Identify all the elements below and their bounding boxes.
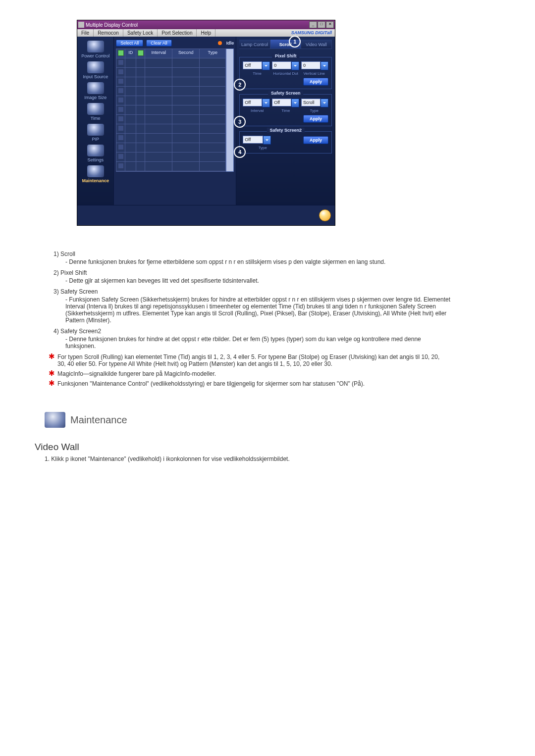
menu-file[interactable]: File bbox=[77, 29, 94, 37]
table-row[interactable] bbox=[116, 68, 225, 77]
row-checkbox[interactable] bbox=[118, 116, 124, 122]
doc-item-title: 2) Pixel Shift bbox=[54, 269, 451, 276]
table-row[interactable] bbox=[116, 77, 225, 87]
sidebar-label: Maintenance bbox=[82, 178, 109, 183]
titlebar[interactable]: Multiple Display Control _ □ ✕ bbox=[77, 20, 335, 29]
chevron-down-icon[interactable] bbox=[262, 61, 270, 70]
time-icon bbox=[87, 103, 104, 115]
row-checkbox[interactable] bbox=[118, 97, 124, 103]
row-checkbox[interactable] bbox=[118, 69, 124, 75]
safety-screen-type-value: Scroll bbox=[301, 99, 321, 106]
chevron-down-icon[interactable] bbox=[291, 61, 299, 70]
center-panel: Select All Clear All Idle ID Inter bbox=[113, 37, 236, 205]
close-button[interactable]: ✕ bbox=[326, 21, 334, 28]
menu-help[interactable]: Help bbox=[197, 29, 215, 37]
maintenance-section-icon bbox=[45, 412, 65, 428]
row-checkbox[interactable] bbox=[118, 78, 124, 84]
label-vline: Vertical Line bbox=[300, 71, 328, 76]
safety-screen2-type-combo[interactable]: Off bbox=[243, 136, 271, 145]
callout-3: 3 bbox=[234, 116, 246, 128]
row-checkbox[interactable] bbox=[118, 59, 124, 65]
table-row[interactable] bbox=[116, 143, 225, 152]
idle-indicator-icon bbox=[218, 41, 222, 45]
menu-remocon[interactable]: Remocon bbox=[94, 29, 123, 37]
sidebar-label: Power Control bbox=[81, 53, 109, 58]
minimize-button[interactable]: _ bbox=[309, 21, 317, 28]
row-checkbox[interactable] bbox=[118, 106, 124, 112]
sidebar-item-input[interactable]: Input Source bbox=[78, 61, 112, 79]
safety-screen-time-combo[interactable]: Off bbox=[272, 99, 299, 107]
pixel-shift-hdot-combo[interactable]: 0 bbox=[272, 61, 299, 70]
header-check-icon[interactable] bbox=[118, 50, 124, 56]
sidebar-label: Image Size bbox=[84, 95, 107, 100]
row-checkbox[interactable] bbox=[118, 125, 124, 131]
power-icon bbox=[87, 41, 104, 52]
gear-icon bbox=[87, 145, 104, 156]
doc-item-title: 3) Safety Screen bbox=[54, 288, 451, 295]
pixel-shift-vline-combo[interactable]: 0 bbox=[301, 61, 328, 70]
safety-screen-interval-combo[interactable]: Off bbox=[243, 99, 270, 107]
doc-item-body: Funksjonen Safety Screen (Sikkerhetsskje… bbox=[65, 296, 451, 324]
grid-header-id: ID bbox=[125, 49, 136, 58]
table-row[interactable] bbox=[116, 134, 225, 143]
safety-screen2-type-value: Off bbox=[243, 136, 263, 144]
pixel-shift-vline-value: 0 bbox=[301, 61, 321, 69]
chevron-down-icon[interactable] bbox=[291, 99, 299, 107]
row-checkbox[interactable] bbox=[118, 88, 124, 94]
sidebar-item-maintenance[interactable]: Maintenance bbox=[78, 165, 112, 183]
row-checkbox[interactable] bbox=[118, 163, 124, 169]
sidebar-label: Input Source bbox=[83, 74, 108, 79]
label-time: Time bbox=[243, 71, 271, 76]
display-grid: ID Interval Second Type bbox=[116, 49, 226, 172]
safety-screen2-legend: Safety Screen2 bbox=[267, 128, 305, 133]
chevron-down-icon[interactable] bbox=[321, 99, 328, 107]
row-checkbox[interactable] bbox=[118, 135, 124, 141]
table-row[interactable] bbox=[116, 87, 225, 96]
sidebar-label: Settings bbox=[87, 157, 104, 162]
pixel-shift-legend: Pixel Shift bbox=[272, 53, 300, 58]
safety-screen-group: Safety Screen Off Off Scroll bbox=[239, 94, 332, 126]
chevron-down-icon[interactable] bbox=[262, 99, 270, 107]
tab-lamp-control[interactable]: Lamp Control bbox=[239, 40, 270, 49]
clear-all-button[interactable]: Clear All bbox=[146, 40, 172, 47]
star-note-text: For typen Scroll (Rulling) kan elementet… bbox=[57, 353, 439, 367]
vertical-scrollbar[interactable] bbox=[226, 49, 234, 172]
chevron-down-icon[interactable] bbox=[321, 61, 328, 70]
menu-safety-lock[interactable]: Safety Lock bbox=[123, 29, 158, 37]
safety-screen-apply-button[interactable]: Apply bbox=[303, 115, 328, 123]
table-row[interactable] bbox=[116, 96, 225, 105]
table-row[interactable] bbox=[116, 115, 225, 124]
doc-item-body: Denne funksjonen brukes for fjerne etter… bbox=[65, 258, 451, 265]
grid-header-second: Second bbox=[172, 49, 200, 58]
video-wall-heading: Video Wall bbox=[35, 442, 451, 453]
pixel-shift-time-combo[interactable]: Off bbox=[243, 61, 270, 70]
pixel-shift-apply-button[interactable]: Apply bbox=[303, 78, 328, 86]
sidebar-item-time[interactable]: Time bbox=[78, 103, 112, 121]
sidebar-item-pip[interactable]: PIP bbox=[78, 124, 112, 142]
doc-list-item: 2) Pixel ShiftDette gjlr at skjermen kan… bbox=[54, 269, 451, 284]
sidebar-item-image-size[interactable]: Image Size bbox=[78, 82, 112, 100]
app-icon bbox=[78, 22, 84, 28]
safety-screen-type-combo[interactable]: Scroll bbox=[301, 99, 328, 107]
table-row[interactable] bbox=[116, 162, 225, 171]
safety-screen-interval-value: Off bbox=[243, 99, 262, 106]
star-note: ✱Funksjonen "Maintenance Control" (vedli… bbox=[49, 380, 449, 387]
table-row[interactable] bbox=[116, 105, 225, 115]
row-checkbox[interactable] bbox=[118, 144, 124, 150]
menu-port-selection[interactable]: Port Selection bbox=[158, 29, 197, 37]
safety-screen2-apply-button[interactable]: Apply bbox=[303, 136, 328, 144]
tab-video-wall[interactable]: Video Wall bbox=[301, 40, 332, 49]
label-hdot: Horizontal Dot bbox=[271, 71, 300, 76]
sidebar-item-power[interactable]: Power Control bbox=[78, 41, 112, 58]
row-checkbox[interactable] bbox=[118, 153, 124, 159]
maximize-button[interactable]: □ bbox=[318, 21, 325, 28]
chevron-down-icon[interactable] bbox=[263, 136, 271, 145]
table-row[interactable] bbox=[116, 152, 225, 162]
star-icon: ✱ bbox=[49, 370, 55, 376]
sidebar-item-settings[interactable]: Settings bbox=[78, 145, 112, 162]
table-row[interactable] bbox=[116, 124, 225, 134]
table-row[interactable] bbox=[116, 58, 225, 68]
doc-list-item: 1) ScrollDenne funksjonen brukes for fje… bbox=[54, 251, 451, 265]
star-icon: ✱ bbox=[49, 353, 55, 359]
select-all-button[interactable]: Select All bbox=[116, 40, 143, 47]
